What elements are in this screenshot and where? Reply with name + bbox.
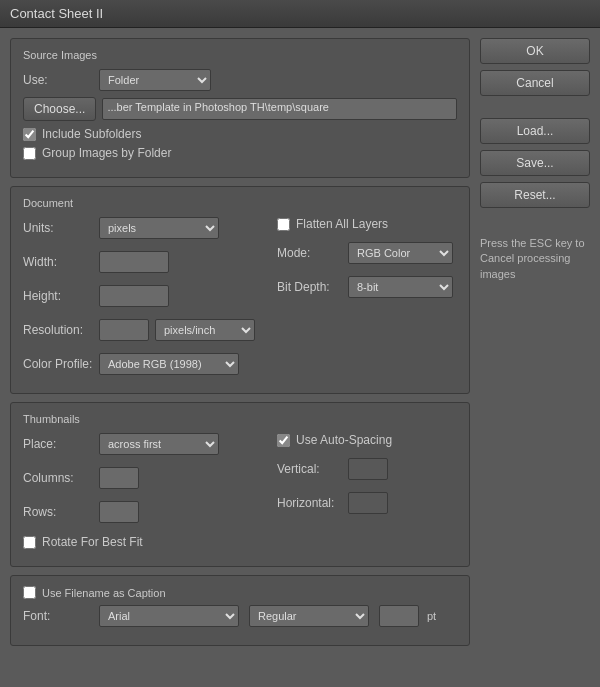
- vertical-label: Vertical:: [277, 462, 342, 476]
- style-select[interactable]: Regular Bold Italic: [249, 605, 369, 627]
- group-images-label: Group Images by Folder: [42, 146, 171, 160]
- source-images-title: Source Images: [23, 49, 457, 61]
- use-row: Use: Folder File Selected Images: [23, 69, 457, 91]
- resolution-input[interactable]: 300: [99, 319, 149, 341]
- width-input[interactable]: 3000: [99, 251, 169, 273]
- thumbnails-section: Thumbnails Place: across first down firs…: [10, 402, 470, 567]
- thumbnails-title: Thumbnails: [23, 413, 457, 425]
- choose-row: Choose... ...ber Template in Photoshop T…: [23, 97, 457, 121]
- font-row: Font: Arial Helvetica Times New Roman Re…: [23, 605, 457, 627]
- font-label: Font:: [23, 609, 93, 623]
- use-select[interactable]: Folder File Selected Images: [99, 69, 211, 91]
- place-label: Place:: [23, 437, 93, 451]
- flatten-layers-checkbox[interactable]: [277, 218, 290, 231]
- pt-label: pt: [427, 610, 436, 622]
- rows-label: Rows:: [23, 505, 93, 519]
- horizontal-label: Horizontal:: [277, 496, 342, 510]
- caption-section: Use Filename as Caption Font: Arial Helv…: [10, 575, 470, 646]
- save-button[interactable]: Save...: [480, 150, 590, 176]
- columns-input[interactable]: 6: [99, 467, 139, 489]
- source-images-section: Source Images Use: Folder File Selected …: [10, 38, 470, 178]
- flatten-layers-row: Flatten All Layers: [277, 217, 457, 231]
- include-subfolders-checkbox[interactable]: [23, 128, 36, 141]
- horizontal-input[interactable]: 1 px: [348, 492, 388, 514]
- units-select[interactable]: pixels inches cm: [99, 217, 219, 239]
- width-label: Width:: [23, 255, 93, 269]
- rows-row: Rows: 6: [23, 501, 257, 523]
- right-panel: OK Cancel Load... Save... Reset... Press…: [480, 38, 590, 675]
- mode-label: Mode:: [277, 246, 342, 260]
- color-profile-select[interactable]: Adobe RGB (1998) sRGB None: [99, 353, 239, 375]
- caption-title: Use Filename as Caption: [42, 587, 166, 599]
- auto-spacing-checkbox[interactable]: [277, 434, 290, 447]
- bit-depth-row: Bit Depth: 8-bit 16-bit 32-bit: [277, 276, 457, 298]
- include-subfolders-label: Include Subfolders: [42, 127, 141, 141]
- resolution-row: Resolution: 300 pixels/inch pixels/cm: [23, 319, 257, 341]
- color-profile-label: Color Profile:: [23, 357, 93, 371]
- group-images-row: Group Images by Folder: [23, 146, 457, 160]
- reset-button[interactable]: Reset...: [480, 182, 590, 208]
- rotate-best-fit-checkbox[interactable]: [23, 536, 36, 549]
- caption-checkbox[interactable]: [23, 586, 36, 599]
- bit-depth-label: Bit Depth:: [277, 280, 342, 294]
- bit-depth-select[interactable]: 8-bit 16-bit 32-bit: [348, 276, 453, 298]
- mode-row: Mode: RGB Color Grayscale CMYK: [277, 242, 457, 264]
- place-select[interactable]: across first down first: [99, 433, 219, 455]
- resolution-label: Resolution:: [23, 323, 93, 337]
- dialog-title: Contact Sheet II: [10, 6, 103, 21]
- vertical-input[interactable]: 1 px: [348, 458, 388, 480]
- rotate-best-fit-row: Rotate For Best Fit: [23, 535, 257, 549]
- height-row: Height: 3000: [23, 285, 257, 307]
- auto-spacing-label: Use Auto-Spacing: [296, 433, 392, 447]
- group-images-checkbox[interactable]: [23, 147, 36, 160]
- resolution-unit-select[interactable]: pixels/inch pixels/cm: [155, 319, 255, 341]
- cancel-button[interactable]: Cancel: [480, 70, 590, 96]
- auto-spacing-row: Use Auto-Spacing: [277, 433, 457, 447]
- units-label: Units:: [23, 221, 93, 235]
- font-select[interactable]: Arial Helvetica Times New Roman: [99, 605, 239, 627]
- width-row: Width: 3000: [23, 251, 257, 273]
- horizontal-row: Horizontal: 1 px: [277, 492, 457, 514]
- include-subfolders-row: Include Subfolders: [23, 127, 457, 141]
- load-button[interactable]: Load...: [480, 118, 590, 144]
- columns-row: Columns: 6: [23, 467, 257, 489]
- units-row: Units: pixels inches cm: [23, 217, 257, 239]
- flatten-layers-label: Flatten All Layers: [296, 217, 388, 231]
- size-input[interactable]: 12: [379, 605, 419, 627]
- vertical-row: Vertical: 1 px: [277, 458, 457, 480]
- document-section: Document Units: pixels inches cm Width: …: [10, 186, 470, 394]
- choose-button[interactable]: Choose...: [23, 97, 96, 121]
- path-field: ...ber Template in Photoshop TH\temp\squ…: [102, 98, 457, 120]
- height-input[interactable]: 3000: [99, 285, 169, 307]
- place-row: Place: across first down first: [23, 433, 257, 455]
- ok-button[interactable]: OK: [480, 38, 590, 64]
- caption-title-row: Use Filename as Caption: [23, 586, 457, 599]
- hint-text: Press the ESC key to Cancel processing i…: [480, 236, 590, 282]
- rows-input[interactable]: 6: [99, 501, 139, 523]
- color-profile-row: Color Profile: Adobe RGB (1998) sRGB Non…: [23, 353, 257, 375]
- use-label: Use:: [23, 73, 93, 87]
- left-panel: Source Images Use: Folder File Selected …: [10, 38, 470, 675]
- height-label: Height:: [23, 289, 93, 303]
- document-title: Document: [23, 197, 457, 209]
- columns-label: Columns:: [23, 471, 93, 485]
- mode-select[interactable]: RGB Color Grayscale CMYK: [348, 242, 453, 264]
- title-bar: Contact Sheet II: [0, 0, 600, 28]
- rotate-best-fit-label: Rotate For Best Fit: [42, 535, 143, 549]
